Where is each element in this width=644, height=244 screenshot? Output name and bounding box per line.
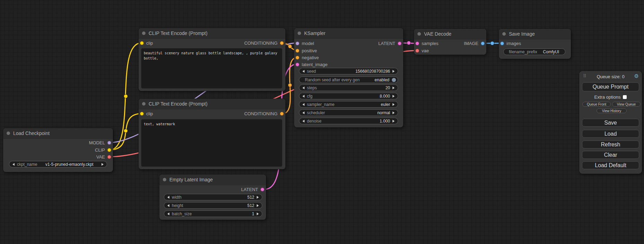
increment-icon[interactable]: [392, 103, 395, 106]
node-save-image[interactable]: Save Image images filename_prefix ComfyU…: [499, 29, 571, 59]
input-port-clip[interactable]: clip: [140, 40, 153, 46]
extra-options-checkbox[interactable]: [623, 95, 627, 99]
output-port-latent[interactable]: LATENT: [241, 186, 264, 192]
increment-icon[interactable]: [257, 204, 259, 207]
widget-sampler-name[interactable]: sampler_name euler: [299, 101, 398, 108]
widget-seed[interactable]: seed 156680208700286: [299, 68, 398, 74]
input-port-negative[interactable]: negative: [295, 54, 319, 61]
output-port-image[interactable]: IMAGE: [464, 40, 485, 46]
increment-icon[interactable]: [392, 87, 395, 89]
load-default-button[interactable]: Load Default: [582, 161, 639, 169]
output-port-conditioning[interactable]: CONDITIONING: [244, 40, 284, 46]
queue-front-button[interactable]: Queue Front: [582, 102, 611, 107]
widget-steps[interactable]: steps 20: [299, 84, 398, 91]
input-port-positive[interactable]: positive: [295, 47, 317, 54]
port-dot-latent[interactable]: [398, 42, 402, 45]
output-port-latent[interactable]: LATENT: [378, 40, 402, 46]
widget-height[interactable]: height 512: [164, 202, 262, 209]
port-dot-conditioning[interactable]: [280, 41, 284, 45]
node-load-checkpoint[interactable]: Load Checkpoint MODEL CLIP VAE ckpt_name…: [3, 128, 113, 172]
decrement-icon[interactable]: [302, 87, 305, 89]
increment-icon[interactable]: [392, 111, 395, 114]
node-header[interactable]: Empty Latent Image: [159, 174, 266, 185]
port-dot-negative[interactable]: [295, 56, 299, 60]
input-port-images[interactable]: images: [500, 40, 521, 46]
node-vae-decode[interactable]: VAE Decode samples vae IMAGE: [414, 29, 486, 55]
input-port-samples[interactable]: samples: [415, 40, 438, 46]
increment-icon[interactable]: [392, 95, 395, 98]
queue-prompt-button[interactable]: Queue Prompt: [582, 82, 639, 91]
node-header[interactable]: Save Image: [499, 29, 571, 39]
node-ksampler[interactable]: KSampler model positive negative latent_…: [294, 28, 403, 127]
settings-gear-icon[interactable]: ⚙: [634, 73, 639, 79]
input-port-model[interactable]: model: [295, 40, 314, 46]
widget-filename-prefix[interactable]: filename_prefix ComfyUI: [503, 48, 565, 55]
input-port-latent-image[interactable]: latent_image: [295, 61, 327, 67]
prompt-textarea[interactable]: beautiful scenery nature glass bottle la…: [141, 48, 282, 88]
port-dot-images[interactable]: [500, 42, 504, 45]
increment-icon[interactable]: [102, 163, 104, 166]
decrement-icon[interactable]: [167, 204, 169, 207]
widget-batch-size[interactable]: batch_size 1: [164, 210, 262, 217]
toggle-dot-icon[interactable]: [392, 78, 396, 82]
node-header[interactable]: CLIP Text Encode (Prompt): [139, 99, 285, 109]
port-dot-model[interactable]: [107, 141, 111, 145]
decrement-icon[interactable]: [302, 70, 305, 73]
widget-cfg[interactable]: cfg 8.000: [299, 93, 398, 99]
queue-menu-panel[interactable]: ⠿ Queue size: 0 ⚙ Queue Prompt Extra opt…: [579, 71, 642, 174]
port-dot-latent[interactable]: [261, 188, 264, 191]
decrement-icon[interactable]: [302, 95, 305, 98]
decrement-icon[interactable]: [302, 120, 305, 123]
node-empty-latent-image[interactable]: Empty Latent Image LATENT width 512 heig…: [159, 174, 266, 220]
output-port-clip[interactable]: CLIP: [95, 147, 111, 153]
output-port-vae[interactable]: VAE: [96, 154, 111, 160]
increment-icon[interactable]: [257, 213, 259, 215]
view-history-button[interactable]: View History: [597, 108, 627, 113]
decrement-icon[interactable]: [302, 103, 305, 106]
input-port-clip[interactable]: clip: [140, 110, 153, 117]
port-dot-image[interactable]: [481, 42, 485, 45]
port-dot-latent-image[interactable]: [295, 63, 299, 66]
node-header[interactable]: VAE Decode: [414, 29, 486, 39]
collapse-dot-icon[interactable]: [142, 102, 145, 106]
node-clip-text-encode-negative[interactable]: CLIP Text Encode (Prompt) clip CONDITION…: [139, 99, 285, 169]
collapse-dot-icon[interactable]: [502, 32, 506, 36]
load-button[interactable]: Load: [582, 130, 639, 138]
decrement-icon[interactable]: [167, 196, 169, 199]
widget-scheduler[interactable]: scheduler normal: [299, 109, 398, 116]
increment-icon[interactable]: [392, 70, 395, 73]
decrement-icon[interactable]: [167, 213, 169, 215]
port-dot-positive[interactable]: [295, 49, 299, 53]
clear-button[interactable]: Clear: [582, 151, 639, 159]
prompt-textarea[interactable]: text, watermark: [141, 119, 282, 166]
widget-ckpt-name[interactable]: ckpt_name v1-5-pruned-emaonly.ckpt: [9, 161, 107, 168]
drag-handle-icon[interactable]: ⠿: [583, 73, 586, 79]
decrement-icon[interactable]: [12, 163, 15, 166]
widget-width[interactable]: width 512: [164, 194, 262, 200]
increment-icon[interactable]: [392, 120, 395, 123]
refresh-button[interactable]: Refresh: [582, 141, 639, 148]
port-dot-clip[interactable]: [140, 112, 144, 116]
widget-random-seed-toggle[interactable]: Random seed after every gen enabled: [299, 76, 398, 83]
input-port-vae[interactable]: vae: [415, 47, 429, 54]
collapse-dot-icon[interactable]: [417, 32, 421, 36]
port-dot-samples[interactable]: [415, 42, 419, 45]
port-dot-vae[interactable]: [415, 49, 419, 53]
port-dot-clip[interactable]: [107, 148, 111, 152]
node-header[interactable]: Load Checkpoint: [3, 128, 113, 139]
output-port-conditioning[interactable]: CONDITIONING: [244, 110, 284, 117]
port-dot-model[interactable]: [295, 42, 299, 45]
collapse-dot-icon[interactable]: [163, 178, 166, 181]
output-port-model[interactable]: MODEL: [89, 139, 111, 146]
collapse-dot-icon[interactable]: [298, 31, 301, 35]
save-button[interactable]: Save: [582, 119, 639, 127]
widget-denoise[interactable]: denoise 1.000: [299, 118, 398, 124]
decrement-icon[interactable]: [302, 111, 305, 114]
collapse-dot-icon[interactable]: [7, 132, 10, 135]
node-clip-text-encode-positive[interactable]: CLIP Text Encode (Prompt) clip CONDITION…: [139, 28, 285, 91]
node-header[interactable]: KSampler: [294, 28, 403, 39]
node-header[interactable]: CLIP Text Encode (Prompt): [139, 28, 285, 39]
view-queue-button[interactable]: View Queue: [612, 102, 641, 107]
collapse-dot-icon[interactable]: [142, 31, 145, 35]
port-dot-vae[interactable]: [107, 155, 111, 159]
